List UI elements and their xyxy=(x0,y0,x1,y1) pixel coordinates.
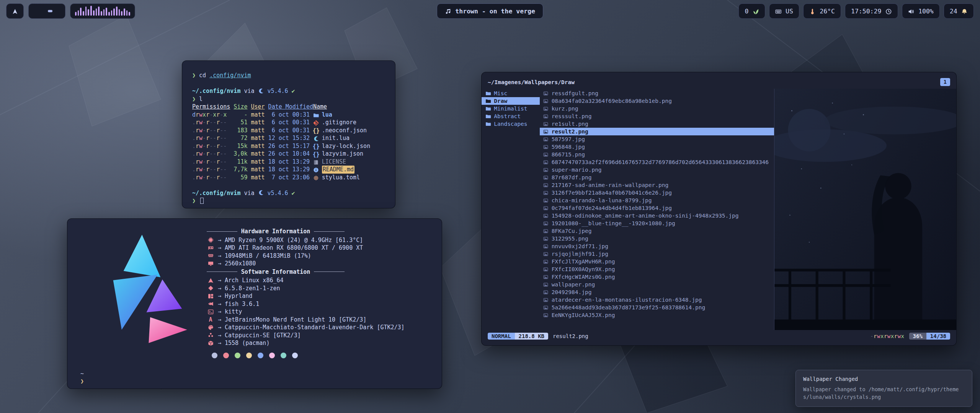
notifications-module[interactable]: 24 xyxy=(944,3,974,19)
sidebar-folder-landscapes[interactable]: Landscapes xyxy=(482,120,540,128)
temperature-value: 26°C xyxy=(820,8,835,15)
image-preview-pane xyxy=(774,89,956,330)
image-icon xyxy=(543,129,549,134)
tab-badge[interactable]: 1 xyxy=(940,78,950,86)
prompt-path-line: ~/.config/nvim via v5.4.6 ✔ xyxy=(192,189,385,197)
image-icon xyxy=(543,313,549,318)
fetch-line: →Arch Linux x86_64 xyxy=(207,276,430,285)
scroll-percent-badge: 36% xyxy=(909,333,926,340)
image-icon xyxy=(543,275,549,280)
folder-icon xyxy=(485,106,491,112)
lua-version-icon xyxy=(258,88,264,94)
braces-icon: {} xyxy=(313,151,319,157)
temperature-module[interactable]: 26°C xyxy=(803,3,841,19)
image-icon xyxy=(543,198,549,203)
file-item[interactable]: result2.png xyxy=(540,128,774,135)
sidebar-folder-minimalist[interactable]: Minimalist xyxy=(482,105,540,112)
software-section-header: Software Information xyxy=(207,268,345,276)
file-item[interactable]: chica-mirando-la-luna-8799.jpg xyxy=(540,197,774,204)
file-item[interactable]: ressdfgult.png xyxy=(540,89,774,97)
file-item[interactable]: rsjqojlmjhf91.jpg xyxy=(540,250,774,258)
packages-icon xyxy=(207,340,214,346)
file-item[interactable]: wallpaper.png xyxy=(540,281,774,288)
hardware-section-header: Hardware Information xyxy=(207,228,345,236)
file-item[interactable]: nnvuv0xj2df71.jpg xyxy=(540,242,774,250)
sidebar-folder-abstract[interactable]: Abstract xyxy=(482,112,540,120)
clock-module[interactable]: 17:50:29 xyxy=(845,3,898,19)
gpu-icon xyxy=(207,245,214,251)
image-icon xyxy=(543,213,549,218)
terminal-window-nvim[interactable]: ❯ cd .config/nvim ~/.config/nvim via v5.… xyxy=(182,60,395,208)
palette-dot xyxy=(258,353,263,358)
file-item[interactable]: super-mario.png xyxy=(540,166,774,174)
sidebar-folder-draw[interactable]: Draw xyxy=(482,97,540,105)
fetch-line: →kitty xyxy=(207,308,430,316)
file-item[interactable]: 8FKa7Cu.jpeg xyxy=(540,227,774,235)
file-item[interactable]: FXfcHgcWIAMzs0G.png xyxy=(540,273,774,281)
filesize-badge: 218.8 KB xyxy=(515,333,548,340)
file-permissions: -rwxrwxrwx xyxy=(870,333,904,339)
keyboard-icon xyxy=(775,8,782,15)
ls-row: .rw-r--r--72matt12 oct 15:32init.lua xyxy=(192,134,385,142)
file-item[interactable]: 0c794faf07de24a4db4d4fb1eb813964.jpg xyxy=(540,204,774,212)
folder-icon xyxy=(485,114,491,119)
media-player-module[interactable]: thrown - on the verge xyxy=(437,3,543,19)
fetch-prompt[interactable]: ~ ❯ xyxy=(79,370,430,385)
prompt-symbol: ❯ xyxy=(192,72,196,79)
file-item[interactable]: kurz.png xyxy=(540,105,774,112)
bell-icon xyxy=(961,8,968,15)
file-item[interactable]: re1sult.png xyxy=(540,120,774,128)
file-manager-window[interactable]: ~/Imagenes/Wallpapers/Draw 1 MiscDrawMin… xyxy=(481,72,957,346)
gear-icon xyxy=(313,175,319,181)
file-item[interactable]: 587597.jpg xyxy=(540,135,774,143)
ls-rows: drwxr-xr-x-matt 6 oct 00:31lua.rw-r--r--… xyxy=(192,111,385,182)
image-icon xyxy=(543,137,549,142)
fetch-line: →6.5.8-zen1-1-zen xyxy=(207,285,430,293)
file-item[interactable]: 68747470733a2f2f696d616765732d7769786d70… xyxy=(540,158,774,166)
updates-module[interactable]: 0 xyxy=(738,3,765,19)
cpu-icon xyxy=(207,237,214,243)
file-item[interactable]: resssult.png xyxy=(540,112,774,120)
file-item[interactable]: 87r687df.png xyxy=(540,174,774,181)
prompt-symbol: ❯ xyxy=(192,96,196,102)
file-item[interactable]: 3122955.png xyxy=(540,235,774,242)
git-icon xyxy=(313,120,319,126)
volume-module[interactable]: 100% xyxy=(902,3,940,19)
file-item[interactable]: FXfcJlTXgAMvH6R.png xyxy=(540,258,774,265)
info-icon xyxy=(313,167,319,173)
image-icon xyxy=(543,183,549,188)
file-item[interactable]: 596848.jpg xyxy=(540,143,774,151)
image-icon xyxy=(543,244,549,249)
palette-dot xyxy=(246,353,252,358)
notification-popup[interactable]: Wallpaper Changed Wallpaper changed to /… xyxy=(795,370,972,407)
ls-header-row: Permissions Size User Date Modified Name xyxy=(192,103,385,111)
sidebar-folder-misc[interactable]: Misc xyxy=(482,89,540,97)
file-item[interactable]: atardecer-en-la-montanas-ilustracion-634… xyxy=(540,296,774,304)
shell-prompt-line[interactable]: ❯ xyxy=(192,197,385,205)
file-item[interactable]: 08a634fa02a32364f69ebc86a98eb1eb.png xyxy=(540,97,774,105)
terminal-window-fetch[interactable]: Hardware Information →AMD Ryzen 9 5900X … xyxy=(67,218,442,389)
command-arg: .config/nvim xyxy=(209,72,251,79)
braces-icon: {} xyxy=(313,144,319,150)
volume-value: 100% xyxy=(918,8,934,15)
file-item[interactable]: 217167-sad-anime-rain-wallpaper.png xyxy=(540,181,774,189)
workspace-folder[interactable] xyxy=(48,10,52,12)
file-item[interactable]: 20492984.jpg xyxy=(540,288,774,296)
file-item[interactable]: EeNKYgIUcAAJ5JX.png xyxy=(540,311,774,319)
file-item[interactable]: 154928-odinokoe_anime-art-anime-okno-sin… xyxy=(540,212,774,220)
speaker-icon xyxy=(908,8,915,15)
file-item[interactable]: 5a266e448add93deab367d87173e9f25-6837886… xyxy=(540,304,774,311)
fetch-line: A→JetBrainsMono Nerd Font Light 10 [GTK2… xyxy=(207,316,430,324)
file-item[interactable]: 3126f7e9bbf21a8a4af0b67b041c6e26.jpg xyxy=(540,189,774,197)
fm-sidebar: MiscDrawMinimalistAbstractLandscapes xyxy=(482,89,540,330)
file-item[interactable]: FXfcII0X0AQyn9X.png xyxy=(540,265,774,273)
image-icon xyxy=(543,259,549,264)
preview-image xyxy=(774,89,956,330)
keyboard-layout-module[interactable]: US xyxy=(769,3,799,19)
file-item[interactable]: 866715.png xyxy=(540,151,774,158)
via-word: via xyxy=(244,190,254,197)
hardware-lines: →AMD Ryzen 9 5900X (24) @ 4.9GHz [61.3°C… xyxy=(207,236,430,268)
fetch-line: →980x413 xyxy=(207,260,430,268)
app-launcher-button[interactable] xyxy=(6,3,24,19)
file-item[interactable]: 19201080-__blue-tinge__-1920×1080.jpg xyxy=(540,220,774,227)
